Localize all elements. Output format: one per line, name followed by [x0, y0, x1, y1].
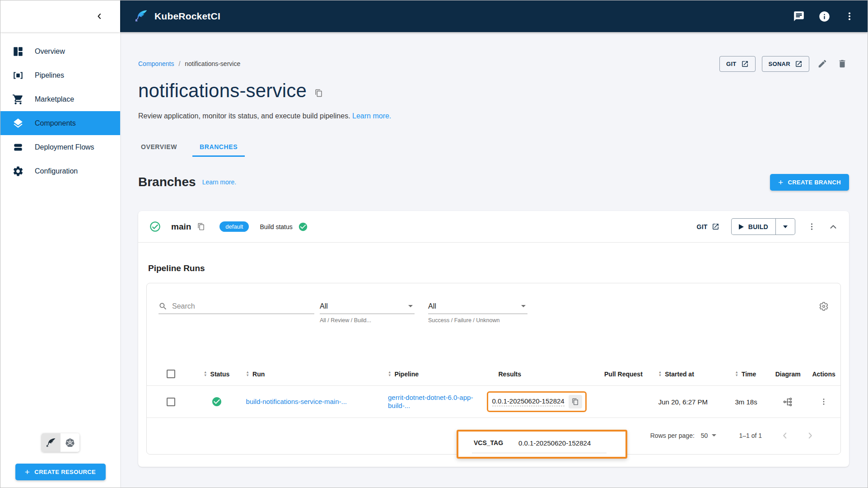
breadcrumb-separator: /: [178, 60, 180, 67]
copy-title-button[interactable]: [313, 87, 325, 99]
sidebar-item-marketplace[interactable]: Marketplace: [0, 87, 120, 111]
rows-per-page-label: Rows per page:: [650, 432, 695, 439]
sidebar-nav: Overview Pipelines Marketplace Component…: [0, 39, 120, 183]
topbar-more-menu-button[interactable]: [844, 11, 855, 22]
vcs-tag-tooltip: VCS_TAG 0.0.1-20250620-152824: [457, 430, 627, 459]
table-row: build-notifications-service-main-... ger…: [147, 386, 840, 418]
vcs-tag-label: VCS_TAG: [474, 439, 503, 446]
build-button[interactable]: BUILD: [732, 219, 775, 235]
status-select[interactable]: All: [428, 299, 527, 314]
row-checkbox[interactable]: [167, 398, 175, 406]
kuberocketci-view-toggle[interactable]: [42, 433, 61, 452]
learn-more-link[interactable]: Learn more.: [352, 112, 391, 120]
layers-icon: [12, 117, 24, 129]
create-resource-button[interactable]: + CREATE RESOURCE: [15, 464, 106, 480]
column-header-pipeline: Pipeline: [394, 371, 419, 378]
sidebar-item-components[interactable]: Components: [0, 111, 120, 135]
pipeline-link[interactable]: gerrit-dotnet-dotnet-6.0-app-build-...: [388, 394, 473, 409]
tab-overview[interactable]: OVERVIEW: [138, 139, 180, 157]
sidebar-item-configuration[interactable]: Configuration: [0, 159, 120, 183]
tab-branches[interactable]: BRANCHES: [197, 139, 240, 157]
delete-component-button[interactable]: [835, 57, 849, 70]
filters-row: All All / Review / Build... All Success …: [147, 283, 840, 324]
sidebar-item-label: Marketplace: [35, 95, 74, 103]
sidebar-header: [0, 0, 120, 32]
help-info-button[interactable]: [818, 10, 831, 23]
branch-git-link[interactable]: GIT: [696, 223, 719, 230]
column-header-results: Results: [499, 371, 522, 378]
column-header-started-at: Started at: [665, 371, 694, 378]
branch-card: main default Build status GIT: [138, 211, 849, 467]
copy-icon: [315, 89, 323, 97]
sort-started-at-button[interactable]: ▲▼: [658, 371, 662, 377]
column-header-actions: Actions: [812, 371, 835, 378]
table-settings-button[interactable]: [819, 301, 829, 311]
plus-icon: +: [778, 178, 784, 187]
kubernetes-icon: [65, 437, 75, 448]
sidebar: Overview Pipelines Marketplace Component…: [0, 0, 120, 488]
dashboard-icon: [12, 46, 24, 57]
search-icon: [159, 302, 168, 311]
branch-success-icon: [149, 221, 161, 233]
tabs: OVERVIEW BRANCHES: [138, 139, 849, 157]
started-at-value: Jun 20, 6:27 PM: [658, 398, 708, 406]
row-actions-button[interactable]: [819, 397, 828, 406]
rows-per-page-value: 50: [701, 432, 708, 439]
sort-time-button[interactable]: ▲▼: [735, 371, 738, 377]
sort-run-button[interactable]: ▲▼: [246, 371, 249, 377]
sort-status-button[interactable]: ▲▼: [204, 371, 207, 377]
column-header-time: Time: [742, 371, 756, 378]
chevron-right-icon: [805, 431, 815, 441]
brand: KubeRocketCI: [134, 9, 220, 24]
sort-pipeline-button[interactable]: ▲▼: [388, 371, 391, 377]
gear-icon: [12, 165, 24, 177]
chevron-down-icon: [712, 434, 716, 436]
run-link[interactable]: build-notifications-service-main-...: [246, 398, 347, 405]
search-input[interactable]: [172, 302, 314, 310]
branch-more-menu-button[interactable]: [807, 222, 817, 231]
sidebar-item-pipelines[interactable]: Pipelines: [0, 63, 120, 87]
column-header-diagram: Diagram: [775, 371, 801, 378]
sidebar-item-overview[interactable]: Overview: [0, 39, 120, 63]
pipeline-type-helper: All / Review / Build...: [320, 317, 415, 324]
create-branch-button[interactable]: + CREATE BRANCH: [770, 174, 849, 191]
build-options-button[interactable]: [775, 219, 795, 235]
pipeline-type-value: All: [320, 302, 328, 310]
vcs-tag-value: 0.0.1-20250620-152824: [518, 439, 591, 447]
pipeline-type-select[interactable]: All: [320, 299, 415, 314]
chevron-down-icon: [521, 305, 526, 307]
chat-icon: [793, 10, 805, 22]
select-all-checkbox[interactable]: [167, 370, 175, 378]
status-filter-value: All: [428, 302, 436, 310]
edit-component-button[interactable]: [816, 57, 829, 70]
sonar-external-button[interactable]: SONAR: [762, 56, 809, 72]
rows-per-page-select[interactable]: 50: [701, 432, 719, 439]
info-icon: [818, 10, 831, 23]
results-version-value[interactable]: 0.0.1-20250620-152824: [492, 397, 565, 406]
chevron-left-icon: [95, 12, 104, 21]
kebab-menu-icon: [844, 11, 855, 22]
kebab-menu-icon: [819, 397, 828, 406]
feedback-chat-button[interactable]: [793, 10, 805, 22]
sidebar-item-label: Components: [35, 119, 76, 127]
sidebar-item-label: Pipelines: [35, 71, 64, 80]
page-description: Review application, monitor its status, …: [138, 112, 849, 121]
external-link-icon: [795, 60, 803, 68]
branch-collapse-button[interactable]: [828, 222, 838, 232]
branches-learn-more-link[interactable]: Learn more.: [202, 178, 236, 186]
previous-page-button[interactable]: [780, 431, 790, 441]
copy-results-button[interactable]: [569, 395, 582, 408]
breadcrumb-components-link[interactable]: Components: [138, 60, 174, 67]
app-window: KubeRocketCI: [0, 0, 868, 488]
breadcrumb: Components / notifications-service: [138, 60, 240, 67]
sidebar-item-deployment-flows[interactable]: Deployment Flows: [0, 135, 120, 159]
next-page-button[interactable]: [805, 431, 815, 441]
chevron-down-icon: [408, 305, 413, 307]
kubernetes-view-toggle[interactable]: [61, 433, 79, 452]
diagram-button[interactable]: [783, 397, 793, 407]
sidebar-collapse-button[interactable]: [95, 12, 104, 21]
branch-name: main: [171, 222, 191, 232]
build-split-button: BUILD: [731, 218, 795, 235]
copy-branch-name-button[interactable]: [196, 221, 207, 232]
git-external-button[interactable]: GIT: [719, 56, 756, 72]
